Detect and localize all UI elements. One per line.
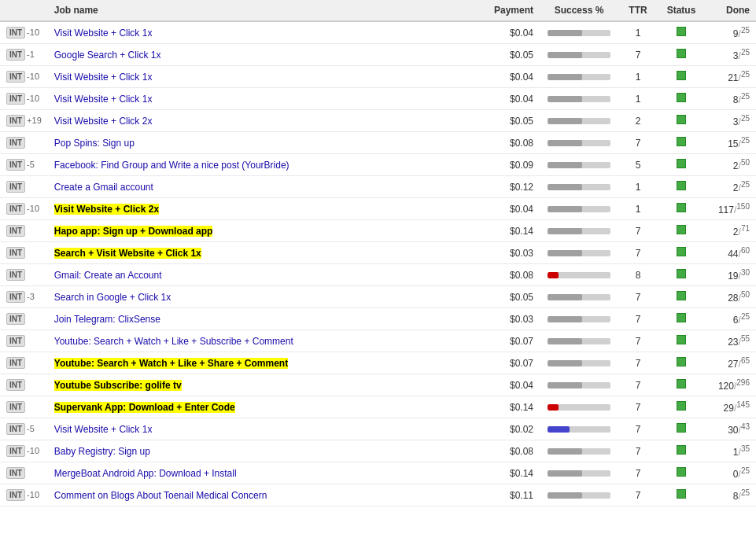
prefix-cell: INT-10 xyxy=(0,66,48,88)
table-row: INTJoin Telegram: ClixSense$0.0376/25 xyxy=(0,308,756,330)
ttr-cell: 7 xyxy=(618,330,658,352)
progress-bar xyxy=(548,294,610,300)
prefix-cell: INT-10 xyxy=(0,21,48,44)
prefix-cell: INT xyxy=(0,352,48,374)
job-name-link[interactable]: Join Telegram: ClixSense xyxy=(54,314,160,325)
status-cell xyxy=(658,66,705,88)
status-cell xyxy=(658,88,705,110)
done-denominator: 25 xyxy=(741,26,750,35)
job-name-link[interactable]: MergeBoat Android App: Download + Instal… xyxy=(54,468,237,479)
job-name-link[interactable]: Facebook: Find Group and Write a nice po… xyxy=(54,160,289,171)
payment-cell: $0.03 xyxy=(485,242,540,264)
header-status: Status xyxy=(658,0,705,21)
done-cell: 21/25 xyxy=(705,66,756,88)
progress-bar xyxy=(548,96,610,102)
payment-cell: $0.04 xyxy=(485,66,540,88)
job-name-link[interactable]: Gmail: Create an Account xyxy=(54,270,162,281)
job-name-link[interactable]: Baby Registry: Sign up xyxy=(54,446,150,457)
delta-value: -10 xyxy=(27,94,39,103)
progress-bar-fill xyxy=(548,52,582,58)
job-name-link[interactable]: Visit Website + Click 1x xyxy=(54,72,153,83)
done-cell: 23/55 xyxy=(705,330,756,352)
progress-bar xyxy=(548,382,610,388)
done-numerator: 19 xyxy=(728,271,738,282)
status-cell xyxy=(658,198,705,220)
job-name-link[interactable]: Search + Visit Website + Click 1x xyxy=(54,248,201,259)
job-name-link[interactable]: Supervank App: Download + Enter Code xyxy=(54,402,235,413)
prefix-cell: INT-10 xyxy=(0,440,48,462)
payment-cell: $0.05 xyxy=(485,44,540,66)
job-name-link[interactable]: Visit Website + Click 1x xyxy=(54,424,153,435)
job-name-link[interactable]: Pop Spins: Sign up xyxy=(54,138,135,149)
status-green-indicator xyxy=(677,71,686,80)
ttr-cell: 7 xyxy=(618,220,658,242)
progress-bar xyxy=(548,162,610,168)
table-row: INT-10Visit Website + Click 1x$0.0419/25 xyxy=(0,21,756,44)
progress-bar xyxy=(548,492,610,499)
done-denominator: 25 xyxy=(741,92,750,101)
job-name-link[interactable]: Create a Gmail account xyxy=(54,182,153,193)
done-numerator: 2 xyxy=(733,226,739,238)
status-cell xyxy=(658,462,705,484)
progress-bar-fill xyxy=(548,492,582,499)
ttr-cell: 1 xyxy=(618,198,658,220)
done-cell: 15/25 xyxy=(705,132,756,154)
progress-bar-fill xyxy=(548,426,570,433)
success-cell xyxy=(540,110,618,132)
job-name-link[interactable]: Visit Website + Click 1x xyxy=(54,94,153,105)
payment-cell: $0.08 xyxy=(485,264,540,286)
status-green-indicator xyxy=(677,423,686,433)
status-green-indicator xyxy=(677,379,686,388)
job-name-link[interactable]: Visit Website + Click 1x xyxy=(54,28,153,39)
done-cell: 1/35 xyxy=(705,440,756,462)
job-name-link[interactable]: Comment on Blogs About Toenail Medical C… xyxy=(54,490,267,501)
ttr-cell: 7 xyxy=(618,44,658,66)
payment-cell: $0.05 xyxy=(485,286,540,308)
success-cell xyxy=(540,352,618,374)
status-cell xyxy=(658,132,705,154)
table-row: INTHapo app: Sign up + Download app$0.14… xyxy=(0,220,756,242)
success-cell xyxy=(540,21,618,44)
table-row: INTYoutube: Search + Watch + Like + Shar… xyxy=(0,352,756,374)
int-badge: INT xyxy=(6,489,25,501)
prefix-cell: INT-10 xyxy=(0,198,48,220)
table-row: INT+19Visit Website + Click 2x$0.0523/25 xyxy=(0,110,756,132)
int-badge: INT xyxy=(6,159,25,171)
job-name-link[interactable]: Search in Google + Click 1x xyxy=(54,292,171,303)
done-cell: 8/25 xyxy=(705,484,756,506)
int-badge: INT xyxy=(6,49,25,61)
job-name-link[interactable]: Youtube Subscribe: golife tv xyxy=(54,380,182,391)
int-badge: INT xyxy=(6,335,25,347)
job-name-link[interactable]: Google Search + Click 1x xyxy=(54,50,161,61)
header-payment: Payment xyxy=(485,0,540,21)
done-denominator: 145 xyxy=(736,400,750,409)
status-cell xyxy=(658,352,705,374)
done-numerator: 21 xyxy=(728,72,738,83)
job-name-link[interactable]: Hapo app: Sign up + Download app xyxy=(54,226,213,237)
progress-bar-fill xyxy=(548,228,582,234)
progress-bar-fill xyxy=(548,162,582,168)
done-cell: 9/25 xyxy=(705,21,756,44)
job-name-link[interactable]: Visit Website + Click 2x xyxy=(54,204,159,215)
ttr-cell: 7 xyxy=(618,418,658,440)
job-name-cell: Youtube Subscribe: golife tv xyxy=(48,374,485,396)
done-denominator: 25 xyxy=(741,312,750,321)
progress-bar xyxy=(548,52,610,58)
job-name-link[interactable]: Youtube: Search + Watch + Like + Share +… xyxy=(54,358,288,369)
status-green-indicator xyxy=(677,181,686,190)
job-name-cell: Search in Google + Click 1x xyxy=(48,286,485,308)
job-name-link[interactable]: Youtube: Search + Watch + Like + Subscri… xyxy=(54,336,293,347)
prefix-cell: INT xyxy=(0,242,48,264)
int-badge: INT xyxy=(6,181,25,193)
status-cell xyxy=(658,154,705,176)
table-row: INT-10Visit Website + Click 1x$0.0418/25 xyxy=(0,88,756,110)
status-green-indicator xyxy=(677,401,686,411)
done-denominator: 55 xyxy=(741,334,750,343)
prefix-cell: INT-5 xyxy=(0,154,48,176)
int-badge: INT xyxy=(6,423,25,435)
job-name-link[interactable]: Visit Website + Click 2x xyxy=(54,116,153,127)
status-green-indicator xyxy=(677,137,686,146)
done-numerator: 28 xyxy=(728,293,738,304)
int-badge: INT xyxy=(6,445,25,457)
progress-bar-fill xyxy=(548,316,582,322)
